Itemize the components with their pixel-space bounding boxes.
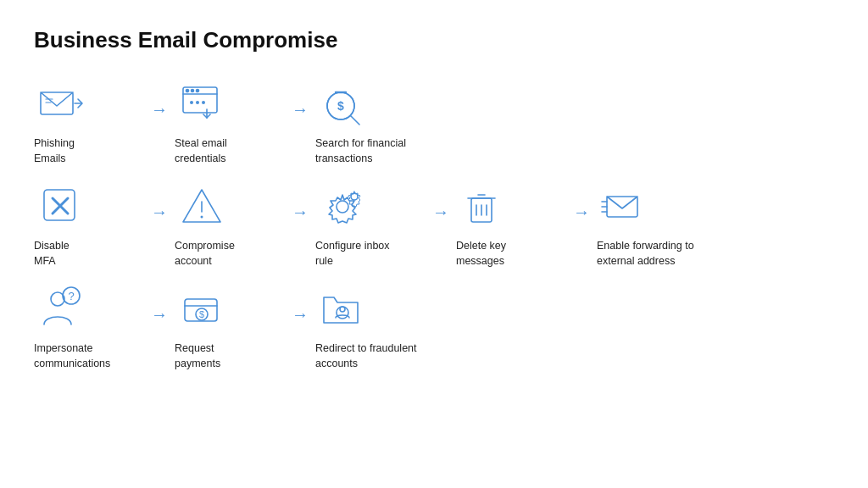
arrow-1-2: →	[285, 100, 315, 143]
flow-container: PhishingEmails →	[34, 77, 834, 371]
steal-credentials-label: Steal emailcredentials	[175, 136, 227, 166]
svg-line-18	[351, 116, 359, 125]
svg-point-27	[351, 193, 358, 200]
step-compromise-account: Compromiseaccount	[175, 180, 285, 269]
svg-text:$: $	[199, 309, 204, 319]
svg-text:?: ?	[68, 290, 74, 302]
svg-text:$: $	[337, 99, 344, 113]
redirect-accounts-icon	[315, 282, 370, 336]
arrow-2-2: →	[285, 202, 315, 246]
configure-inbox-label: Configure inboxrule	[315, 239, 390, 269]
step-steal-credentials: Steal emailcredentials	[175, 77, 285, 166]
svg-point-11	[202, 101, 205, 104]
step-enable-forwarding: Enable forwarding toexternal address	[597, 180, 732, 269]
phishing-emails-label: PhishingEmails	[34, 136, 75, 166]
svg-point-9	[190, 101, 193, 104]
delete-messages-label: Delete keymessages	[456, 239, 506, 269]
step-delete-messages: Delete keymessages	[456, 180, 566, 269]
step-disable-mfa: DisableMFA	[34, 180, 144, 269]
impersonate-label: Impersonatecommunications	[34, 341, 110, 371]
flow-row-2: DisableMFA → Compromiseaccount →	[34, 180, 834, 269]
svg-point-25	[201, 216, 203, 219]
svg-point-10	[196, 101, 199, 104]
step-impersonate: ? Impersonatecommunications	[34, 282, 144, 371]
enable-forwarding-icon	[597, 180, 651, 234]
steal-credentials-icon	[175, 77, 229, 131]
compromise-account-label: Compromiseaccount	[175, 239, 235, 269]
step-redirect-accounts: Redirect to fraudulentaccounts	[315, 282, 468, 371]
compromise-account-icon	[175, 180, 229, 234]
impersonate-icon: ?	[34, 282, 88, 336]
configure-inbox-icon	[315, 180, 370, 234]
svg-point-26	[337, 201, 348, 213]
disable-mfa-label: DisableMFA	[34, 239, 70, 269]
arrow-3-2: →	[285, 305, 315, 348]
disable-mfa-icon	[34, 180, 88, 234]
step-configure-inbox: Configure inboxrule	[315, 180, 426, 269]
step-request-payments: $ Requestpayments	[175, 282, 285, 371]
phishing-emails-icon	[34, 77, 88, 131]
delete-messages-icon	[456, 180, 510, 234]
svg-point-7	[192, 90, 194, 92]
arrow-2-4: →	[566, 202, 597, 246]
step-phishing-emails: PhishingEmails	[34, 77, 144, 166]
arrow-1-1: →	[144, 100, 175, 143]
search-financial-icon: $	[315, 77, 370, 131]
svg-point-6	[186, 90, 189, 92]
arrow-2-1: →	[144, 202, 175, 246]
flow-row-1: PhishingEmails →	[34, 77, 834, 166]
svg-point-46	[340, 307, 345, 312]
step-search-financial: $ Search for financialtransactions	[315, 77, 426, 166]
svg-point-45	[337, 307, 348, 319]
arrow-3-1: →	[144, 305, 175, 348]
page-title: Business Email Compromise	[34, 27, 834, 53]
redirect-accounts-label: Redirect to fraudulentaccounts	[315, 341, 417, 371]
enable-forwarding-label: Enable forwarding toexternal address	[597, 239, 694, 269]
request-payments-label: Requestpayments	[175, 341, 220, 371]
flow-row-3: ? Impersonatecommunications → $ Requestp…	[34, 282, 834, 371]
arrow-2-3: →	[426, 202, 456, 246]
svg-point-8	[197, 90, 199, 92]
request-payments-icon: $	[175, 282, 229, 336]
search-financial-label: Search for financialtransactions	[315, 136, 406, 166]
